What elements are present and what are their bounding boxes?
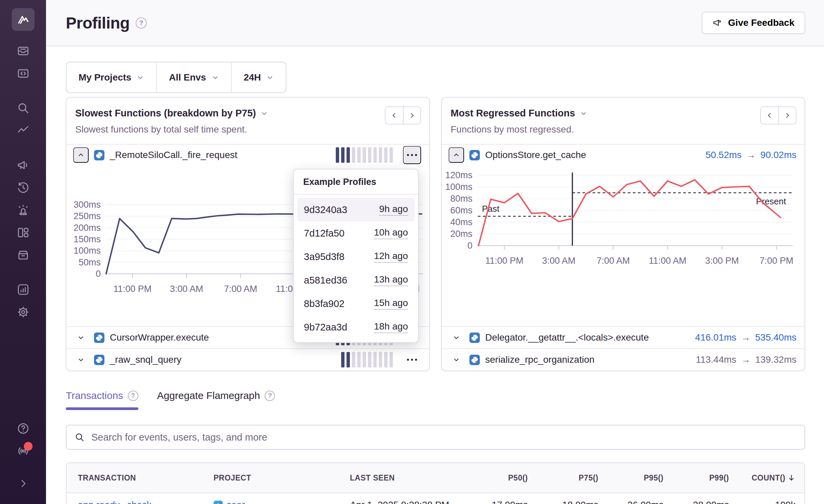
- sidebar-item-search[interactable]: [15, 100, 31, 116]
- date-range-dropdown[interactable]: 24H: [231, 62, 286, 92]
- sidebar-item-alerts[interactable]: [15, 202, 31, 218]
- project-cell[interactable]: seer: [214, 500, 350, 504]
- row-menu-button[interactable]: [403, 146, 421, 164]
- tab-aggregate-flamegraph[interactable]: Aggregate Flamegraph ?: [157, 390, 275, 410]
- before-value[interactable]: 50.52ms: [705, 150, 741, 160]
- profile-menu-item[interactable]: 8b3fa902 15h ago: [297, 292, 415, 315]
- profile-menu-item[interactable]: 9d3240a3 9h ago: [297, 198, 415, 221]
- issues-icon: [17, 45, 30, 57]
- sidebar-item-help[interactable]: [15, 420, 31, 436]
- col-project[interactable]: PROJECT: [214, 473, 350, 483]
- chevron-left-icon: [391, 112, 398, 119]
- sentry-logo-icon[interactable]: [12, 8, 35, 31]
- profile-age-link[interactable]: 13h ago: [374, 274, 408, 286]
- next-page-button[interactable]: [403, 106, 421, 124]
- chevron-down-icon: [137, 74, 144, 81]
- env-filter-dropdown[interactable]: All Envs: [156, 62, 231, 92]
- svg-text:11:00 PM: 11:00 PM: [485, 256, 523, 266]
- profile-sparkline[interactable]: [341, 352, 393, 367]
- project-filter-dropdown[interactable]: My Projects: [66, 62, 156, 92]
- project-link[interactable]: seer: [227, 500, 245, 504]
- regression-trend[interactable]: 50.52ms → 90.02ms: [705, 150, 796, 160]
- sidebar-item-stats[interactable]: [15, 282, 31, 297]
- col-p75[interactable]: P75(): [528, 473, 598, 483]
- sidebar-item-replays[interactable]: [15, 180, 31, 195]
- svg-text:7:00 PM: 7:00 PM: [760, 256, 793, 266]
- after-value[interactable]: 90.02ms: [761, 150, 796, 160]
- panel-title-dropdown[interactable]: Most Regressed Functions: [451, 108, 796, 119]
- collapse-row-button[interactable]: [449, 147, 464, 163]
- siren-icon: [17, 204, 30, 216]
- page-help-icon[interactable]: ?: [136, 17, 147, 29]
- profile-age-link[interactable]: 10h ago: [374, 227, 408, 239]
- search-input[interactable]: Search for events, users, tags, and more: [91, 432, 267, 443]
- col-p95[interactable]: P95(): [598, 473, 663, 483]
- prev-page-button[interactable]: [385, 106, 403, 124]
- sidebar-item-dashboards[interactable]: [15, 224, 31, 240]
- expand-row-button[interactable]: [449, 334, 464, 341]
- profile-id[interactable]: 3a95d3f8: [304, 251, 345, 262]
- sidebar-item-feedback[interactable]: [15, 157, 31, 173]
- give-feedback-button[interactable]: Give Feedback: [702, 12, 805, 34]
- col-last-seen[interactable]: LAST SEEN: [350, 473, 462, 483]
- profile-age-link[interactable]: 12h ago: [374, 251, 408, 263]
- count-value: 109k: [729, 500, 795, 504]
- svg-text:7:00 AM: 7:00 AM: [597, 256, 630, 266]
- regression-trend[interactable]: 113.44ms → 139.32ms: [696, 354, 796, 365]
- search-icon: [17, 102, 30, 114]
- tab-help-icon[interactable]: ?: [128, 391, 138, 401]
- function-row: serialize_rpc_organization 113.44ms → 13…: [442, 348, 805, 370]
- profile-age-link[interactable]: 15h ago: [374, 298, 408, 310]
- profile-age-link[interactable]: 9h ago: [379, 204, 408, 216]
- python-platform-icon: [94, 355, 104, 365]
- profile-sparkline[interactable]: [336, 147, 393, 163]
- panel-subtitle: Slowest functions by total self time spe…: [75, 124, 420, 135]
- tab-help-icon[interactable]: ?: [265, 391, 275, 401]
- sidebar-item-whats-new[interactable]: [15, 443, 31, 459]
- col-transaction[interactable]: TRANSACTION: [78, 473, 214, 483]
- python-platform-icon: [469, 150, 480, 160]
- next-page-button[interactable]: [778, 106, 796, 124]
- profile-menu-item[interactable]: 9b72aa3d 18h ago: [297, 315, 415, 339]
- view-tabs: Transactions ? Aggregate Flamegraph ?: [66, 390, 805, 410]
- panel-title-dropdown[interactable]: Slowest Functions (breakdown by P75): [75, 108, 420, 119]
- project-icon: [214, 501, 223, 504]
- expand-row-button[interactable]: [73, 334, 89, 341]
- regression-trend[interactable]: 416.01ms → 535.40ms: [695, 332, 796, 343]
- sidebar-item-metrics[interactable]: [15, 122, 31, 138]
- sidebar-collapse-button[interactable]: [15, 475, 31, 491]
- profile-menu-item[interactable]: 3a95d3f8 12h ago: [297, 245, 415, 268]
- profile-menu-item[interactable]: a581ed36 13h ago: [297, 268, 415, 292]
- sidebar-item-settings[interactable]: [15, 304, 31, 320]
- profile-age-link[interactable]: 18h ago: [374, 321, 408, 333]
- profile-id[interactable]: 7d12fa50: [304, 228, 345, 239]
- before-value: 113.44ms: [696, 354, 736, 365]
- col-p50[interactable]: P50(): [462, 473, 528, 483]
- expand-row-button[interactable]: [73, 356, 89, 363]
- expand-row-button[interactable]: [449, 356, 464, 363]
- profile-id[interactable]: 8b3fa902: [304, 298, 345, 309]
- collapse-row-button[interactable]: [73, 147, 89, 163]
- sidebar-item-issues[interactable]: [15, 43, 31, 59]
- after-value[interactable]: 535.40ms: [755, 332, 796, 343]
- chevron-left-icon: [766, 112, 773, 119]
- sidebar-item-releases[interactable]: [15, 247, 31, 263]
- chevron-down-icon: [453, 334, 460, 341]
- profile-id[interactable]: 9b72aa3d: [304, 322, 347, 333]
- sidebar-item-projects[interactable]: [15, 65, 31, 81]
- table-row[interactable]: app.ready._check seer Apr 1, 2025 9:28:3…: [66, 493, 805, 504]
- search-bar[interactable]: Search for events, users, tags, and more: [66, 425, 805, 450]
- transaction-link[interactable]: app.ready._check: [78, 500, 214, 504]
- profile-menu-item[interactable]: 7d12fa50 10h ago: [297, 221, 415, 245]
- svg-text:80ms: 80ms: [450, 194, 472, 204]
- before-value[interactable]: 416.01ms: [695, 332, 736, 343]
- col-count-sorted[interactable]: COUNT(): [729, 473, 795, 483]
- profile-id[interactable]: 9d3240a3: [304, 204, 347, 215]
- prev-page-button[interactable]: [760, 106, 778, 124]
- row-menu-button[interactable]: [403, 359, 421, 361]
- profile-id[interactable]: a581ed36: [304, 275, 347, 286]
- svg-text:40ms: 40ms: [450, 217, 472, 227]
- sort-desc-icon: [787, 474, 795, 482]
- col-p99[interactable]: P99(): [663, 473, 729, 483]
- tab-transactions[interactable]: Transactions ?: [66, 390, 138, 410]
